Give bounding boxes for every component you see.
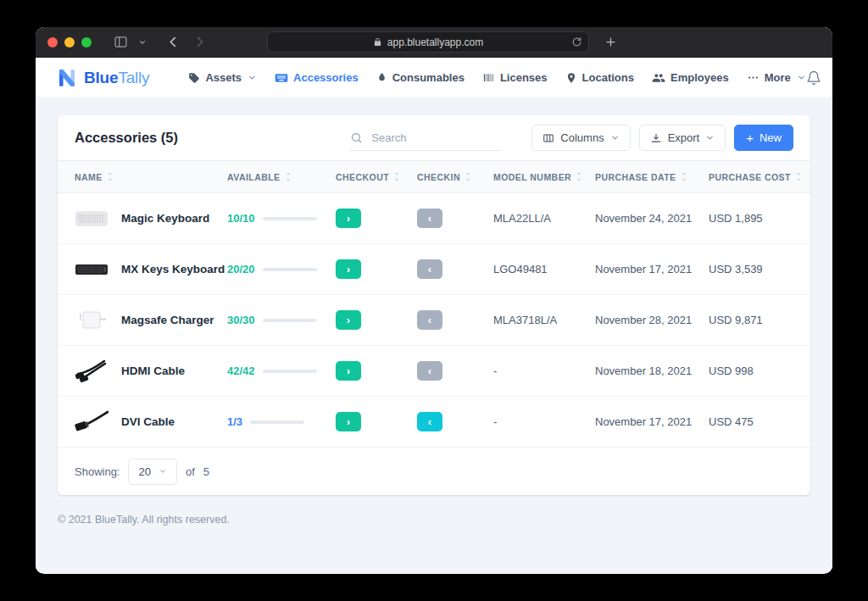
minimize-window-button[interactable] xyxy=(64,37,75,47)
model-number-cell: MLA3718L/A xyxy=(493,314,595,326)
column-header-purchase-date[interactable]: PURCHASE DATE xyxy=(595,172,709,182)
sort-icon xyxy=(465,172,471,181)
column-header-available[interactable]: AVAILABLE xyxy=(227,172,336,182)
forward-button[interactable] xyxy=(190,33,209,52)
bluetally-logo[interactable]: BlueTally xyxy=(56,67,149,89)
checkout-button[interactable]: › xyxy=(336,412,361,431)
sidebar-icon[interactable] xyxy=(111,33,130,52)
item-name-cell: HDMI Cable xyxy=(75,359,227,384)
column-header-checkin[interactable]: CHECKIN xyxy=(417,172,493,182)
column-header-checkout[interactable]: CHECKOUT xyxy=(336,172,417,182)
availability-count: 42/42 xyxy=(227,364,255,377)
droplet-icon xyxy=(376,72,387,83)
chevron-right-icon: › xyxy=(347,213,350,224)
notifications-bell-icon[interactable] xyxy=(806,70,821,86)
magsafe-thumb xyxy=(75,308,108,333)
table-row: Magic Keyboard10/10›‹MLA22LL/ANovember 2… xyxy=(58,193,810,244)
copyright-text: © 2021 BlueTally. All rights reserved. xyxy=(58,514,810,526)
column-header-model-number[interactable]: MODEL NUMBER xyxy=(493,172,595,182)
main-navigation: AssetsAccessoriesConsumablesLicensesLoca… xyxy=(188,71,805,85)
url-text: app.bluetallyapp.com xyxy=(387,36,483,48)
sort-icon xyxy=(576,172,582,181)
sort-icon xyxy=(107,172,114,181)
nav-item-label: Licenses xyxy=(500,71,548,84)
dvi-cable-thumb xyxy=(75,409,108,435)
download-icon xyxy=(650,132,662,144)
column-header-label: PURCHASE DATE xyxy=(595,172,676,182)
new-tab-icon[interactable] xyxy=(601,33,620,52)
column-header-purchase-cost[interactable]: PURCHASE COST xyxy=(709,172,802,182)
nav-item-more[interactable]: More xyxy=(747,71,806,84)
nav-item-label: Assets xyxy=(205,71,242,84)
purchase-cost-cell: USD 1,895 xyxy=(709,212,793,225)
checkin-button: ‹ xyxy=(417,209,442,228)
item-name: DVI Cable xyxy=(121,415,175,428)
nav-item-locations[interactable]: Locations xyxy=(565,71,634,84)
back-button[interactable] xyxy=(164,33,182,52)
reload-icon[interactable] xyxy=(571,36,582,50)
chevron-down-icon xyxy=(248,73,257,82)
chevron-down-icon xyxy=(159,467,167,476)
purchase-date-cell: November 24, 2021 xyxy=(595,212,709,225)
checkin-button[interactable]: ‹ xyxy=(417,412,442,431)
nav-item-accessories[interactable]: Accessories xyxy=(275,71,359,85)
address-bar[interactable]: app.bluetallyapp.com xyxy=(267,31,589,53)
column-header-name[interactable]: NAME xyxy=(75,172,227,182)
lock-icon xyxy=(373,37,382,47)
model-number-cell: - xyxy=(493,364,595,377)
chevron-left-icon: ‹ xyxy=(428,213,431,224)
checkout-button[interactable]: › xyxy=(336,259,361,279)
export-button[interactable]: Export xyxy=(639,125,726,151)
sort-icon xyxy=(681,172,687,181)
availability-count: 1/3 xyxy=(227,415,242,428)
close-window-button[interactable] xyxy=(47,37,58,47)
checkout-button[interactable]: › xyxy=(336,209,361,228)
checkin-cell: ‹ xyxy=(417,361,493,381)
chevron-right-icon: › xyxy=(347,314,350,326)
availability-count: 10/10 xyxy=(227,212,255,225)
tab-overview-chevron-icon[interactable] xyxy=(137,33,147,52)
checkout-button[interactable]: › xyxy=(336,310,361,330)
item-name: Magic Keyboard xyxy=(121,212,209,225)
nav-item-label: Consumables xyxy=(392,71,465,84)
page-size-select[interactable]: 20 xyxy=(128,459,176,485)
item-name-cell: DVI Cable xyxy=(75,409,227,435)
checkout-button[interactable]: › xyxy=(336,361,361,381)
barcode-icon xyxy=(482,71,495,84)
bluetally-logo-icon xyxy=(56,67,78,89)
checkin-cell: ‹ xyxy=(417,259,493,279)
chevron-left-icon: ‹ xyxy=(428,416,431,427)
checkin-button: ‹ xyxy=(417,259,442,279)
nav-item-assets[interactable]: Assets xyxy=(188,71,257,84)
map-pin-icon xyxy=(565,72,577,84)
checkin-cell: ‹ xyxy=(417,209,493,228)
nav-item-employees[interactable]: Employees xyxy=(652,71,729,85)
model-number-cell: MLA22LL/A xyxy=(493,212,595,225)
ellipsis-icon xyxy=(747,71,760,84)
nav-item-licenses[interactable]: Licenses xyxy=(482,71,548,84)
search-input[interactable] xyxy=(371,131,501,144)
item-name-cell: MX Keys Keyboard xyxy=(75,257,227,282)
availability-count: 20/20 xyxy=(227,263,255,275)
sort-icon xyxy=(393,172,400,181)
zoom-window-button[interactable] xyxy=(81,37,92,47)
checkout-cell: › xyxy=(336,259,417,279)
columns-icon xyxy=(542,132,554,144)
nav-item-label: Accessories xyxy=(293,71,359,84)
app-navbar: BlueTally AssetsAccessoriesConsumablesLi… xyxy=(36,58,832,98)
new-button[interactable]: + New xyxy=(734,125,793,151)
table-row: MX Keys Keyboard20/20›‹LGO49481November … xyxy=(58,244,810,295)
table-row: HDMI Cable42/42›‹-November 18, 2021USD 9… xyxy=(58,346,810,397)
chevron-right-icon: › xyxy=(347,264,350,275)
purchase-date-cell: November 28, 2021 xyxy=(595,314,709,326)
column-header-label: CHECKIN xyxy=(417,172,460,182)
item-name: MX Keys Keyboard xyxy=(121,263,225,275)
checkin-cell: ‹ xyxy=(417,412,493,431)
checkin-cell: ‹ xyxy=(417,310,493,330)
chevron-left-icon: ‹ xyxy=(428,264,431,275)
columns-button[interactable]: Columns xyxy=(531,125,630,151)
sort-icon xyxy=(285,172,292,181)
table-header-row: NAMEAVAILABLECHECKOUTCHECKINMODEL NUMBER… xyxy=(58,161,810,193)
table-footer: Showing: 20 of 5 xyxy=(58,448,810,495)
nav-item-consumables[interactable]: Consumables xyxy=(376,71,465,84)
